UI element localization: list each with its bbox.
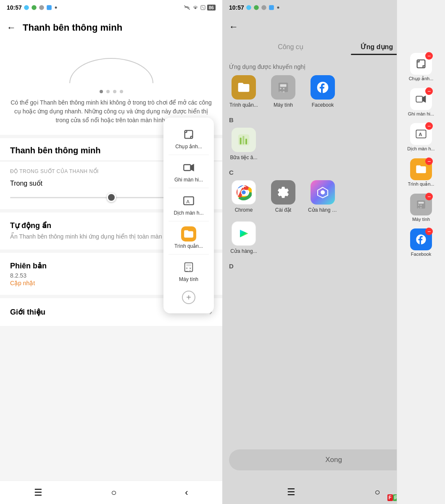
status-time-left: 10:57 bbox=[7, 4, 58, 11]
calc-icon: + × – = bbox=[181, 260, 196, 275]
home-button-left[interactable]: ○ bbox=[111, 487, 116, 498]
remove-record[interactable]: − bbox=[425, 87, 433, 95]
svg-rect-48 bbox=[419, 202, 424, 204]
popup-menu: Chụp ảnh... Ghi màn hi... A Dịch màn h..… bbox=[163, 118, 214, 313]
popup-folder[interactable]: Trình quản... bbox=[163, 222, 214, 253]
dot-icon-r2 bbox=[253, 5, 259, 10]
sidebar-screenshot-name: Chụp ảnh... bbox=[409, 76, 434, 81]
svg-marker-10 bbox=[191, 165, 194, 171]
tab-cong-cu[interactable]: Công cụ bbox=[248, 39, 334, 55]
menu-button-left[interactable]: ☰ bbox=[34, 487, 42, 498]
divider-2 bbox=[169, 188, 209, 188]
svg-point-17 bbox=[246, 5, 251, 10]
back-nav-left[interactable]: ‹ bbox=[185, 487, 188, 498]
divider-4 bbox=[169, 254, 209, 255]
svg-text:A: A bbox=[419, 131, 422, 137]
app-facebook[interactable]: Facebook bbox=[308, 75, 337, 108]
remove-facebook[interactable]: − bbox=[425, 228, 433, 235]
svg-point-0 bbox=[24, 5, 29, 10]
sidebar-crop-icon: − bbox=[410, 53, 432, 75]
popup-record[interactable]: Ghi màn hi... bbox=[163, 156, 214, 187]
remove-screenshot[interactable]: − bbox=[425, 52, 433, 60]
sidebar-record-icon: − bbox=[410, 88, 432, 110]
battery-left: 86 bbox=[207, 5, 216, 10]
time-right: 10:57 bbox=[229, 4, 244, 11]
back-button-left[interactable]: ← bbox=[7, 22, 16, 33]
home-button-right[interactable]: ○ bbox=[375, 487, 380, 498]
settings-icon bbox=[24, 5, 29, 10]
svg-text:– =: – = bbox=[279, 89, 284, 94]
record-icon bbox=[181, 160, 196, 175]
bua-tiec-name: Bữa tiệc â... bbox=[230, 155, 257, 160]
app-chrome[interactable]: Chrome bbox=[229, 180, 258, 213]
slider-thumb[interactable] bbox=[107, 193, 116, 202]
add-icon: + bbox=[182, 291, 195, 304]
sidebar-record[interactable]: − Ghi màn hi... bbox=[397, 86, 445, 119]
calc-app-icon: + × – = bbox=[271, 75, 295, 100]
svg-marker-44 bbox=[423, 96, 426, 102]
dot-icon-r bbox=[276, 5, 280, 10]
app-may-tinh[interactable]: + × – = Máy tính bbox=[269, 75, 298, 108]
svg-rect-30 bbox=[240, 138, 242, 144]
popup-calc[interactable]: + × – = Máy tính bbox=[163, 255, 214, 286]
dot-2[interactable] bbox=[106, 90, 110, 93]
remove-translate[interactable]: − bbox=[425, 122, 433, 130]
sidebar-facebook[interactable]: − Facebook bbox=[397, 226, 445, 259]
intro-image bbox=[10, 49, 212, 87]
sidebar-translate-icon: A − bbox=[410, 123, 432, 145]
user-icon bbox=[39, 5, 45, 10]
dot-1[interactable] bbox=[100, 90, 103, 93]
sidebar-calc[interactable]: + × – = − Máy tính bbox=[397, 191, 445, 224]
popup-add-button[interactable]: + bbox=[163, 286, 214, 308]
facebook-name: Facebook bbox=[312, 102, 334, 108]
svg-rect-3 bbox=[47, 5, 52, 10]
svg-text:– =: – = bbox=[418, 206, 421, 209]
curved-shape bbox=[69, 58, 153, 83]
svg-rect-8 bbox=[185, 131, 193, 139]
popup-screenshot[interactable]: Chụp ảnh... bbox=[163, 123, 214, 154]
chrome-app-icon bbox=[232, 180, 256, 205]
screenshot-label: Chụp ảnh... bbox=[175, 144, 202, 150]
svg-rect-9 bbox=[184, 165, 190, 171]
dot-3[interactable] bbox=[113, 90, 116, 93]
wifi-icon bbox=[192, 5, 199, 10]
status-icons-left: 86 bbox=[184, 5, 216, 10]
dot-icon bbox=[54, 5, 58, 10]
settings-app-icon bbox=[271, 180, 295, 205]
popup-translate[interactable]: A Dịch màn h... bbox=[163, 189, 214, 220]
svg-point-2 bbox=[39, 5, 44, 10]
sidebar-facebook-name: Facebook bbox=[411, 252, 431, 257]
x-icon bbox=[200, 5, 205, 10]
svg-point-38 bbox=[242, 190, 246, 194]
app-bua-tiec[interactable]: Bữa tiệc â... bbox=[229, 128, 258, 160]
dot-4[interactable] bbox=[120, 90, 123, 93]
sidebar-folder[interactable]: − Trình quản... bbox=[397, 156, 445, 189]
calc-label: Máy tính bbox=[179, 276, 198, 282]
remove-folder[interactable]: − bbox=[425, 158, 433, 165]
facebook-app-icon bbox=[311, 75, 335, 100]
status-time-right: 10:57 bbox=[229, 4, 280, 11]
sidebar-translate[interactable]: A − Dịch màn h... bbox=[397, 121, 445, 154]
folder-app-icon bbox=[232, 75, 256, 100]
sidebar-folder-icon: − bbox=[410, 158, 432, 180]
chrome-name: Chrome bbox=[235, 207, 253, 213]
user-icon-r bbox=[261, 5, 267, 10]
remove-calc[interactable]: − bbox=[425, 193, 433, 200]
app-cai-dat[interactable]: Cài đặt bbox=[269, 180, 298, 213]
sidebar-screenshot[interactable]: − Chụp ảnh... bbox=[397, 50, 445, 84]
svg-rect-43 bbox=[416, 96, 422, 102]
store-color-icon bbox=[311, 180, 335, 205]
back-button-right[interactable]: ← bbox=[229, 21, 238, 32]
app-cua-hang-color[interactable]: Cửa hàng c... bbox=[308, 180, 337, 213]
cai-dat-name: Cài đặt bbox=[275, 207, 291, 213]
svg-point-4 bbox=[55, 7, 57, 9]
may-tinh-name: Máy tính bbox=[274, 102, 293, 108]
dot-icon-2 bbox=[31, 5, 37, 10]
sidebar-facebook-icon: − bbox=[410, 228, 432, 250]
app-play-store[interactable]: Cửa hàng... bbox=[229, 221, 258, 254]
svg-point-21 bbox=[277, 7, 279, 9]
app-trinh-quan[interactable]: Trình quản... bbox=[229, 75, 258, 108]
right-panel: 10:57 86 ← Công cụ Ứng dụng bbox=[222, 0, 445, 504]
menu-button-right[interactable]: ☰ bbox=[287, 487, 295, 498]
folder-icon bbox=[181, 226, 196, 242]
